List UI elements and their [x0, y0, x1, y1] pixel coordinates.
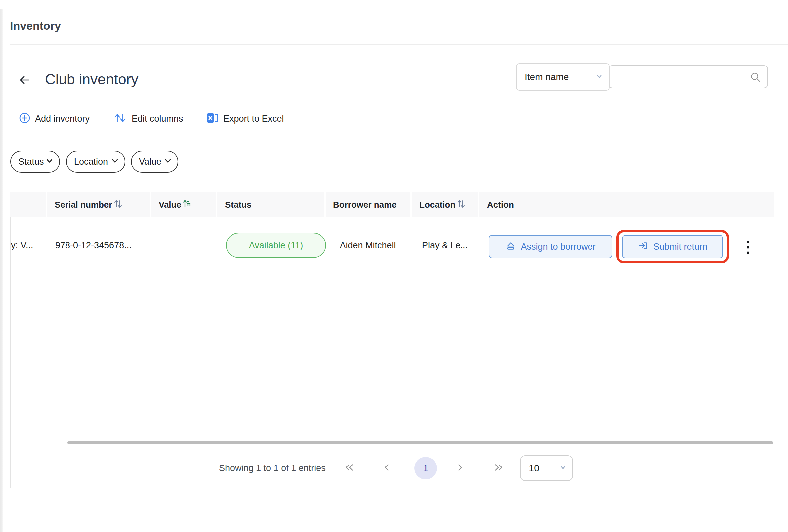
- add-inventory-button[interactable]: Add inventory: [19, 113, 90, 124]
- sort-updown-icon: [113, 199, 123, 211]
- column-header-borrower-label: Borrower name: [333, 200, 397, 210]
- column-header-borrower[interactable]: Borrower name: [326, 192, 410, 217]
- page-title: Inventory: [10, 19, 61, 32]
- page-size-select[interactable]: 10: [520, 455, 573, 481]
- assign-to-borrower-label: Assign to borrower: [521, 242, 595, 252]
- inventory-page: { "page_title": "Inventory", "view": { "…: [0, 0, 788, 532]
- column-header-status[interactable]: Status: [217, 192, 324, 217]
- submit-return-icon: [638, 240, 649, 253]
- status-badge-label: Available (11): [249, 240, 303, 251]
- submit-return-button[interactable]: Submit return: [622, 235, 723, 258]
- filter-location-chip[interactable]: Location: [66, 151, 125, 173]
- add-inventory-label: Add inventory: [35, 114, 90, 124]
- export-excel-button[interactable]: Export to Excel: [206, 112, 284, 125]
- chevron-down-icon: [559, 463, 567, 474]
- filter-status-label: Status: [18, 157, 44, 167]
- row-borrower-name: Aiden Mitchell: [326, 218, 410, 273]
- filter-value-label: Value: [139, 157, 161, 167]
- submit-return-label: Submit return: [653, 242, 707, 252]
- search-field-wrap: [608, 65, 768, 88]
- double-chevron-right-icon: [492, 462, 505, 474]
- search-category-label: Item name: [525, 72, 569, 82]
- eject-icon: [505, 240, 516, 253]
- column-header-location-label: Location: [419, 200, 455, 210]
- column-header-serial-label: Serial number: [55, 200, 112, 210]
- pagination-first-button[interactable]: [342, 461, 357, 475]
- back-button[interactable]: [18, 74, 31, 86]
- pagination-last-button[interactable]: [491, 461, 506, 475]
- filter-location-label: Location: [74, 157, 108, 167]
- filter-status-chip[interactable]: Status: [10, 151, 60, 173]
- row-actions-menu-button[interactable]: [746, 240, 750, 256]
- page-size-value: 10: [529, 463, 539, 474]
- column-header-location[interactable]: Location: [412, 192, 478, 217]
- chevron-down-icon: [163, 157, 172, 167]
- row-serial-number: 978-0-12-345678...: [55, 218, 132, 273]
- column-header-value[interactable]: Value: [151, 192, 216, 217]
- export-excel-label: Export to Excel: [223, 114, 284, 124]
- double-chevron-left-icon: [343, 462, 356, 474]
- kebab-menu-icon: [746, 250, 750, 256]
- column-header-action-label: Action: [487, 200, 514, 210]
- search-icon[interactable]: [750, 72, 762, 84]
- chevron-down-icon: [45, 157, 53, 167]
- chevron-left-icon: [381, 462, 393, 474]
- plus-circle-icon: [19, 112, 30, 125]
- row-divider: [10, 273, 774, 273]
- column-header-item[interactable]: [10, 192, 45, 217]
- chevron-down-icon: [596, 72, 603, 82]
- row-item-name: y: V...: [11, 218, 33, 273]
- pagination-page-1[interactable]: 1: [414, 457, 437, 479]
- search-category-select[interactable]: Item name: [516, 63, 610, 91]
- pagination-summary: Showing 1 to 1 of 1 entries: [219, 463, 326, 473]
- pagination-next-button[interactable]: [453, 461, 467, 475]
- excel-icon: [206, 112, 219, 126]
- row-location: Play & Le...: [412, 218, 478, 273]
- pagination-prev-button[interactable]: [380, 461, 394, 475]
- sort-ascending-green-icon: [182, 199, 192, 211]
- sort-arrows-icon: [113, 112, 127, 125]
- edit-columns-button[interactable]: Edit columns: [113, 113, 183, 124]
- horizontal-scrollbar-thumb[interactable]: [67, 441, 773, 444]
- sidebar-edge: [0, 9, 3, 532]
- sort-updown-icon: [456, 199, 466, 211]
- status-badge: Available (11): [226, 233, 326, 258]
- column-header-status-label: Status: [225, 200, 251, 210]
- search-input[interactable]: [615, 66, 742, 87]
- view-title: Club inventory: [45, 71, 138, 88]
- chevron-down-icon: [111, 157, 119, 167]
- edit-columns-label: Edit columns: [132, 114, 183, 124]
- column-header-action[interactable]: Action: [479, 192, 774, 217]
- arrow-left-icon: [18, 82, 31, 87]
- column-header-value-label: Value: [159, 200, 181, 210]
- chevron-right-icon: [454, 462, 466, 474]
- assign-to-borrower-button[interactable]: Assign to borrower: [489, 235, 612, 258]
- filter-value-chip[interactable]: Value: [131, 151, 178, 173]
- header-divider: [10, 44, 788, 45]
- column-header-serial[interactable]: Serial number: [47, 192, 150, 217]
